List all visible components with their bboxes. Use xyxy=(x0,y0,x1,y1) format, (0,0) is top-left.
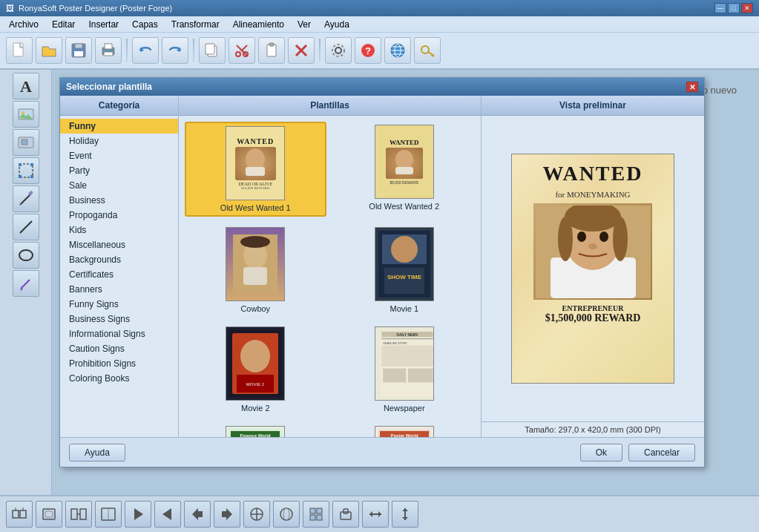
help-button[interactable]: Ayuda xyxy=(69,444,125,462)
copy-button[interactable] xyxy=(199,37,226,64)
preview-wanted-title: WANTED xyxy=(543,162,643,185)
cut-button[interactable] xyxy=(229,37,255,64)
bottom-btn-14[interactable] xyxy=(392,501,418,528)
cat-item-sale[interactable]: Sale xyxy=(60,178,178,193)
cat-item-kids[interactable]: Kids xyxy=(60,223,178,237)
bottom-btn-12[interactable] xyxy=(332,501,359,528)
line-tool[interactable] xyxy=(13,214,39,240)
cat-item-caution-signs[interactable]: Caution Signs xyxy=(60,341,178,356)
bottom-btn-1[interactable] xyxy=(6,501,33,528)
ellipse-tool[interactable] xyxy=(13,242,39,269)
pen-tool[interactable] xyxy=(13,185,39,212)
svg-marker-125 xyxy=(402,517,408,520)
bottom-btn-5[interactable] xyxy=(125,501,151,528)
close-button[interactable]: ✕ xyxy=(741,3,753,13)
svg-point-57 xyxy=(391,236,418,263)
bottom-btn-8[interactable] xyxy=(214,501,240,528)
bottom-btn-11[interactable] xyxy=(303,501,329,528)
menu-alineamiento[interactable]: Alineamiento xyxy=(227,18,290,31)
image-tool-2[interactable] xyxy=(13,129,39,156)
menu-archivo[interactable]: Archivo xyxy=(3,18,45,31)
svg-point-26 xyxy=(421,46,429,53)
cat-item-misc[interactable]: Miscellaneous xyxy=(60,237,178,252)
cat-item-business[interactable]: Business xyxy=(60,193,178,208)
template-cowboy[interactable]: Cowboy xyxy=(185,224,326,316)
help-icon-button[interactable]: ? xyxy=(355,37,381,64)
text-tool[interactable]: A xyxy=(13,73,39,99)
cat-item-holiday[interactable]: Holiday xyxy=(60,134,178,148)
bottom-btn-13[interactable] xyxy=(362,501,389,528)
cat-item-party[interactable]: Party xyxy=(60,163,178,178)
template-thumb-finance2: Poster World xyxy=(375,426,434,437)
image-tool-1[interactable] xyxy=(13,101,39,128)
delete-button[interactable] xyxy=(288,37,315,64)
cat-item-banners[interactable]: Banners xyxy=(60,282,178,297)
menu-transformar[interactable]: Transformar xyxy=(165,18,226,31)
maximize-button[interactable]: □ xyxy=(728,3,740,13)
template-wanted1[interactable]: WANTED DEAD OR ALIVE $10,000 REWARD Old … xyxy=(185,122,326,217)
svg-point-112 xyxy=(280,508,292,520)
svg-rect-101 xyxy=(80,509,86,519)
template-label-wanted2: Old West Wanted 2 xyxy=(369,202,439,211)
template-thumb-wanted1: WANTED DEAD OR ALIVE $10,000 REWARD xyxy=(226,126,285,200)
bottom-btn-2[interactable] xyxy=(36,501,62,528)
svg-point-92 xyxy=(599,231,608,242)
save-button[interactable] xyxy=(65,37,92,64)
cat-item-backgrounds[interactable]: Backgrounds xyxy=(60,252,178,267)
templates-grid: WANTED DEAD OR ALIVE $10,000 REWARD Old … xyxy=(179,116,481,437)
svg-rect-99 xyxy=(45,511,53,517)
cat-item-funny-signs[interactable]: Funny Signs xyxy=(60,297,178,312)
app-icon: 🖼 xyxy=(6,4,14,13)
menu-capas[interactable]: Capas xyxy=(126,18,164,31)
svg-point-113 xyxy=(283,508,289,520)
template-newspaper[interactable]: DAILY NEWS HEADLINE STORY xyxy=(334,324,476,416)
cat-item-funny[interactable]: Funny xyxy=(60,119,178,134)
template-movie2[interactable]: MOVIE 2 Movie 2 xyxy=(185,324,326,416)
select-tool[interactable] xyxy=(13,157,39,184)
bottom-btn-3[interactable] xyxy=(65,501,92,528)
title-bar-left: 🖼 RonyaSoft Poster Designer (Poster Forg… xyxy=(6,4,172,13)
cat-item-certificates[interactable]: Certificates xyxy=(60,267,178,282)
svg-text:?: ? xyxy=(365,45,371,56)
redo-button[interactable] xyxy=(162,37,188,64)
svg-point-17 xyxy=(335,47,341,53)
web-button[interactable] xyxy=(384,37,411,64)
cat-item-info-signs[interactable]: Informational Signs xyxy=(60,326,178,341)
menu-ayuda[interactable]: Ayuda xyxy=(318,18,355,31)
bottom-btn-4[interactable] xyxy=(95,501,122,528)
template-thumb-newspaper: DAILY NEWS HEADLINE STORY xyxy=(375,326,434,401)
cat-item-coloring-books[interactable]: Coloring Books xyxy=(60,371,178,386)
pencil-tool[interactable] xyxy=(13,270,39,297)
dialog-close-button[interactable]: ✕ xyxy=(686,82,698,92)
cat-item-prohibition-signs[interactable]: Prohibition Signs xyxy=(60,356,178,371)
bottom-btn-10[interactable] xyxy=(273,501,300,528)
print-button[interactable] xyxy=(95,37,122,64)
bottom-btn-9[interactable] xyxy=(243,501,270,528)
template-finance2[interactable]: Poster World Finance World 2 xyxy=(334,423,476,437)
template-finance1[interactable]: Finance World Finance World 1 xyxy=(185,423,326,437)
new-button[interactable] xyxy=(6,37,33,64)
dialog-title-bar: Seleccionar plantilla ✕ xyxy=(60,78,704,96)
undo-button[interactable] xyxy=(132,37,159,64)
minimize-button[interactable]: — xyxy=(714,3,726,13)
ok-button[interactable]: Ok xyxy=(580,444,622,462)
svg-rect-68 xyxy=(381,338,433,339)
bottom-btn-6[interactable] xyxy=(154,501,181,528)
menu-insertar[interactable]: Insertar xyxy=(82,18,125,31)
key-button[interactable] xyxy=(414,37,441,64)
template-wanted2[interactable]: WANTED $5,000 REWARD Old West Want xyxy=(334,122,476,217)
settings-button[interactable] xyxy=(325,37,352,64)
svg-rect-58 xyxy=(384,268,424,294)
cat-item-event[interactable]: Event xyxy=(60,148,178,163)
cat-item-business-signs[interactable]: Business Signs xyxy=(60,312,178,326)
cat-item-propoganda[interactable]: Propoganda xyxy=(60,208,178,223)
menu-ver[interactable]: Ver xyxy=(292,18,317,31)
menu-editar[interactable]: Editar xyxy=(46,18,81,31)
bottom-btn-7[interactable] xyxy=(184,501,211,528)
paste-button[interactable] xyxy=(258,37,285,64)
cancel-button[interactable]: Cancelar xyxy=(628,444,695,462)
svg-marker-107 xyxy=(192,508,203,520)
template-movie1[interactable]: SHOW TIME Movie 1 xyxy=(334,224,476,316)
title-bar-controls[interactable]: — □ ✕ xyxy=(714,3,753,13)
open-button[interactable] xyxy=(36,37,62,64)
